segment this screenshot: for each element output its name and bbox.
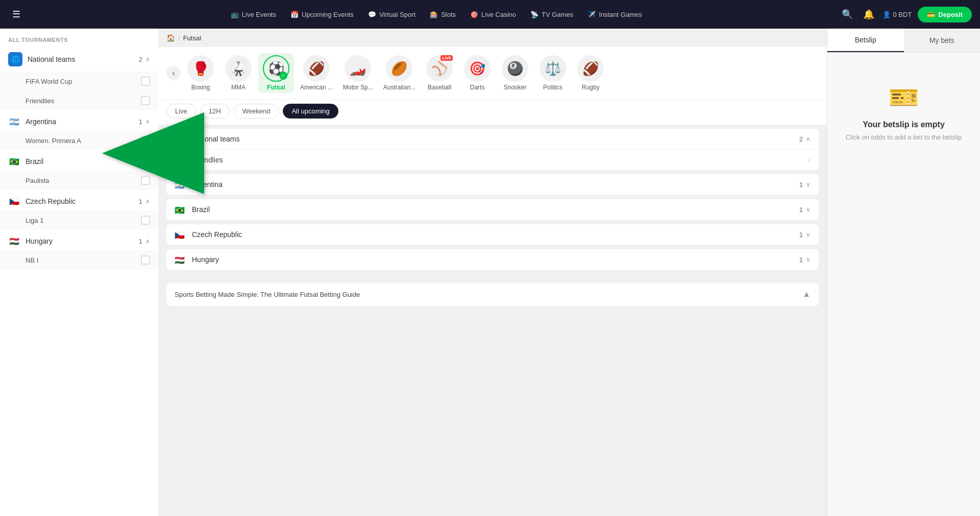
women-primera-checkbox[interactable] bbox=[141, 136, 150, 145]
notifications-button[interactable]: 🔔 bbox=[861, 7, 876, 22]
sport-item-snooker[interactable]: 🎱 Snooker bbox=[497, 53, 533, 93]
friendlies-label: Friendlies bbox=[26, 97, 141, 105]
filter-tab-weekend[interactable]: Weekend bbox=[234, 104, 279, 119]
sport-item-baseball[interactable]: ⚾ LIVE Baseball bbox=[422, 53, 457, 93]
friendlies-checkbox[interactable] bbox=[141, 96, 150, 105]
sport-item-motor[interactable]: 🏎️ Motor Sp... bbox=[339, 53, 377, 93]
tournament-sub-friendlies[interactable]: Friendlies › bbox=[166, 150, 819, 170]
sport-item-american[interactable]: 🏈 American ... bbox=[296, 53, 337, 93]
national-teams-icon: 🌐 bbox=[8, 52, 22, 66]
sport-item-darts[interactable]: 🎯 Darts bbox=[459, 53, 495, 93]
nav-live-casino[interactable]: 🎯 Live Casino bbox=[464, 8, 522, 21]
tournament-group-argentina: 🇦🇷 Argentina 1 ∨ bbox=[166, 174, 819, 195]
tournament-group-brazil-header[interactable]: 🇧🇷 Brazil 1 ∨ bbox=[166, 199, 819, 220]
search-button[interactable]: 🔍 bbox=[840, 7, 855, 22]
sport-item-rugby[interactable]: 🏈 Rugby bbox=[573, 53, 608, 93]
user-icon: 👤 bbox=[883, 11, 891, 18]
sidebar-section-argentina: 🇦🇷 Argentina 1 ∧ Women. Primera A bbox=[0, 112, 158, 150]
filter-tab-live[interactable]: Live bbox=[166, 104, 196, 119]
sidebar-item-women-primera[interactable]: Women. Primera A bbox=[0, 131, 158, 150]
bottom-guide-text: Sports Betting Made Simple: The Ultimate… bbox=[175, 291, 360, 298]
nav-tv-games[interactable]: 📡 TV Games bbox=[524, 8, 579, 21]
tournament-group-argentina-header[interactable]: 🇦🇷 Argentina 1 ∨ bbox=[166, 174, 819, 195]
sport-item-boxing[interactable]: 🥊 Boxing bbox=[183, 53, 218, 93]
czech-count: 1 bbox=[139, 198, 142, 205]
sidebar-section-hungary: 🇭🇺 Hungary 1 ∧ NB I bbox=[0, 232, 158, 270]
tournament-group-national-header[interactable]: 🌐 National teams 2 ∧ bbox=[166, 129, 819, 150]
national-teams-chevron: ∧ bbox=[145, 56, 150, 63]
nbi-checkbox[interactable] bbox=[141, 255, 150, 265]
argentina-group-count: 1 bbox=[799, 181, 803, 189]
motor-label: Motor Sp... bbox=[343, 84, 373, 91]
upcoming-events-icon: 📅 bbox=[290, 11, 299, 18]
sidebar-item-fifa-world-cup[interactable]: FIFA World Cup bbox=[0, 72, 158, 91]
nav-slots[interactable]: 🎰 Slots bbox=[424, 8, 462, 21]
sidebar-item-brazil[interactable]: 🇧🇷 Brazil 1 ∧ bbox=[0, 152, 158, 171]
bottom-guide[interactable]: Sports Betting Made Simple: The Ultimate… bbox=[166, 283, 819, 306]
virtual-sport-icon: 💬 bbox=[368, 11, 376, 18]
deposit-button[interactable]: 💳 Deposit bbox=[918, 7, 972, 22]
brazil-group-chevron: ∨ bbox=[806, 206, 811, 213]
hungary-group-chevron: ∨ bbox=[806, 256, 811, 263]
liga1-checkbox[interactable] bbox=[141, 216, 150, 225]
brazil-count: 1 bbox=[139, 158, 142, 166]
bottom-guide-chevron: ▲ bbox=[802, 290, 811, 299]
betslip-empty-icon: 🎫 bbox=[889, 83, 919, 112]
czech-flag: 🇨🇿 bbox=[8, 197, 20, 205]
active-check-icon: ✓ bbox=[279, 72, 287, 80]
paulista-checkbox[interactable] bbox=[141, 176, 150, 185]
sidebar-item-czech[interactable]: 🇨🇿 Czech Republic 1 ∧ bbox=[0, 192, 158, 210]
sidebar-section-national: 🌐 National teams 2 ∧ FIFA World Cup Frie… bbox=[0, 47, 158, 110]
filter-tab-12h[interactable]: 12H bbox=[200, 104, 230, 119]
sport-item-politics[interactable]: ⚖️ Politics bbox=[535, 53, 571, 93]
user-menu[interactable]: 👤 0 BDT bbox=[883, 11, 912, 18]
sidebar-item-hungary[interactable]: 🇭🇺 Hungary 1 ∧ bbox=[0, 232, 158, 250]
betslip-empty-state: 🎫 Your betslip is empty Click on odds to… bbox=[827, 53, 980, 172]
sidebar-item-argentina[interactable]: 🇦🇷 Argentina 1 ∧ bbox=[0, 112, 158, 131]
tournament-group-czech-header[interactable]: 🇨🇿 Czech Republic 1 ∨ bbox=[166, 224, 819, 245]
sidebar-section-brazil: 🇧🇷 Brazil 1 ∧ Paulista bbox=[0, 152, 158, 190]
boxing-icon-circle: 🥊 bbox=[187, 55, 214, 82]
national-flag: 🌐 bbox=[175, 135, 187, 143]
fifa-world-cup-checkbox[interactable] bbox=[141, 77, 150, 86]
czech-label: Czech Republic bbox=[26, 197, 139, 205]
sidebar-item-liga1[interactable]: Liga 1 bbox=[0, 210, 158, 230]
hamburger-menu[interactable]: ☰ bbox=[8, 5, 24, 24]
sidebar-item-national-teams[interactable]: 🌐 National teams 2 ∧ bbox=[0, 47, 158, 72]
sport-item-futsal[interactable]: ⚽ ✓ Futsal bbox=[258, 53, 294, 93]
nav-live-events[interactable]: 📺 Live Events bbox=[225, 8, 282, 21]
sidebar-item-paulista[interactable]: Paulista bbox=[0, 171, 158, 190]
argentina-group-chevron: ∨ bbox=[806, 181, 811, 188]
paulista-label: Paulista bbox=[26, 177, 141, 184]
tournament-group-hungary-header[interactable]: 🇭🇺 Hungary 1 ∨ bbox=[166, 249, 819, 270]
filter-tab-all-upcoming[interactable]: All upcoming bbox=[283, 104, 338, 119]
hungary-group-flag: 🇭🇺 bbox=[175, 255, 187, 264]
friendlies-sub-name: Friendlies bbox=[175, 156, 808, 164]
tv-games-icon: 📡 bbox=[530, 11, 538, 18]
betslip-tab-mybets[interactable]: My bets bbox=[904, 29, 981, 52]
brazil-group-name: Brazil bbox=[192, 205, 799, 214]
australian-icon-circle: 🏉 bbox=[386, 55, 412, 82]
filter-tabs: Live 12H Weekend All upcoming bbox=[158, 100, 827, 125]
nav-upcoming-events[interactable]: 📅 Upcoming Events bbox=[284, 8, 360, 21]
sidebar-item-friendlies[interactable]: Friendlies bbox=[0, 91, 158, 110]
home-link[interactable]: 🏠 bbox=[166, 34, 175, 42]
darts-label: Darts bbox=[470, 84, 485, 91]
betslip-tab-betslip[interactable]: Betslip bbox=[827, 29, 904, 52]
sport-item-mma[interactable]: 🥋 MMA bbox=[220, 53, 256, 93]
sports-prev-button[interactable]: ‹ bbox=[166, 66, 181, 80]
australian-label: Australian... bbox=[383, 84, 415, 91]
nav-instant-games[interactable]: ✈️ Instant Games bbox=[581, 8, 648, 21]
tournament-group-czech: 🇨🇿 Czech Republic 1 ∨ bbox=[166, 224, 819, 245]
argentina-group-name: Argentina bbox=[192, 180, 799, 189]
politics-label: Politics bbox=[543, 84, 562, 91]
hungary-chevron: ∧ bbox=[145, 238, 150, 245]
sidebar-item-nbi[interactable]: NB I bbox=[0, 250, 158, 270]
snooker-label: Snooker bbox=[504, 84, 527, 91]
nav-virtual-sport[interactable]: 💬 Virtual Sport bbox=[362, 8, 422, 21]
friendlies-sub-chevron: › bbox=[808, 156, 811, 164]
liga1-label: Liga 1 bbox=[26, 217, 141, 224]
sport-item-australian[interactable]: 🏉 Australian... bbox=[379, 53, 420, 93]
national-chevron: ∧ bbox=[806, 135, 811, 143]
top-navigation: ☰ 📺 Live Events 📅 Upcoming Events 💬 Virt… bbox=[0, 0, 980, 29]
